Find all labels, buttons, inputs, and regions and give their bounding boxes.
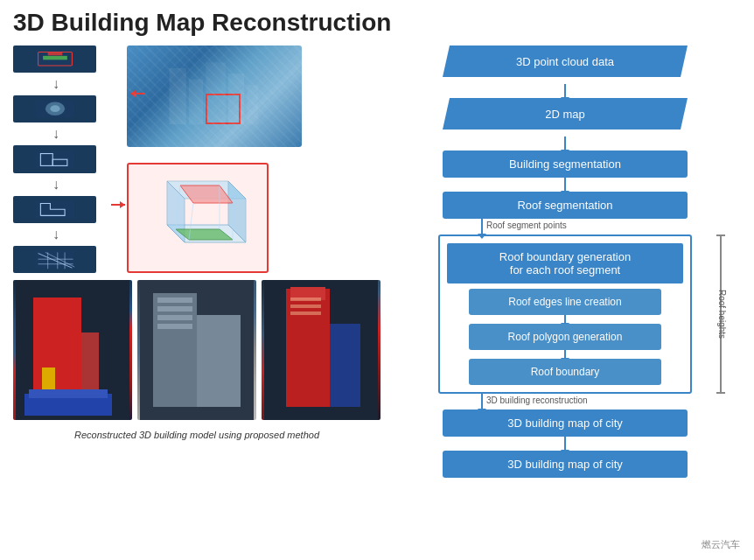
recon-image-3 [262,280,380,420]
arrow-to-roof-seg [564,178,566,192]
svg-rect-39 [33,298,81,402]
arrow-to-2dmap [564,84,566,98]
step1-thumb [13,46,96,73]
recon-image-1 [13,280,132,420]
flowbox-point-cloud: 3D point cloud data [443,46,688,80]
3d-building-box [127,163,269,273]
svg-rect-46 [197,315,241,407]
page: 3D Building Map Reconstruction [0,0,754,560]
flowbox-roof-edges: Roof polygon generation [469,324,661,350]
svg-rect-55 [290,298,321,301]
svg-rect-3 [47,52,62,55]
svg-rect-56 [290,304,321,308]
inner-arrow1 [564,315,566,324]
flowbox-2dmap: 2D map [443,98,688,133]
svg-rect-22 [228,74,244,124]
step4-thumb [13,196,96,223]
flowchart: 3D point cloud data 2D map Building segm… [425,46,705,478]
step3-thumb [13,145,96,172]
page-title: 3D Building Map Reconstruction [13,9,741,37]
flowbox-3d-map: 3D building map of city [443,451,688,478]
svg-rect-20 [189,80,203,125]
arrow2: ↓ [52,126,59,142]
svg-rect-49 [157,315,192,320]
aerial-highlight-box [206,94,241,124]
arrow1: ↓ [52,76,59,92]
roof-boundary-container: Roof boundary generationfor each roof se… [438,234,692,394]
step5-thumb [13,246,96,273]
flowbox-building-seg: Building segmentation [443,150,688,178]
flowbox-roof-polygon: Roof boundary [469,359,661,385]
svg-rect-21 [206,62,226,124]
right-panel: 3D point cloud data 2D map Building segm… [389,46,741,551]
bottom-reconstruction-images [13,280,380,420]
svg-rect-2 [43,56,67,60]
roof-heights-label: Roof heights [716,290,726,339]
svg-rect-47 [157,298,192,303]
arrow4: ↓ [52,227,59,242]
flowbox-3d-recon: 3D building map of city [443,410,688,437]
aerial-and-3d [127,46,302,273]
svg-rect-54 [330,324,360,407]
roof-seg-points-label-area: Roof segment points [438,219,692,234]
inner-arrow2 [564,350,566,359]
arrow3: ↓ [52,177,59,192]
roof-segment-points-label: Roof segment points [486,220,567,234]
svg-marker-37 [120,201,125,208]
svg-text:2D map: 2D map [545,108,585,121]
aerial-photo [127,46,302,147]
svg-rect-43 [29,389,108,398]
roof-boundary-label: 3D building reconstruction [486,396,588,410]
arrow-to-building-seg [564,136,566,150]
caption: Reconstructed 3D building model using pr… [13,430,380,440]
outer-box-wrapper: Roof boundary generationfor each roof se… [438,234,692,394]
svg-rect-50 [157,324,192,329]
roof-boundary-title: Roof boundary generationfor each roof se… [447,243,683,284]
3d-box-area [127,163,269,273]
recon-image-2 [137,280,256,420]
svg-rect-48 [157,306,192,312]
arrow-to-3dmap [564,437,566,451]
svg-rect-57 [290,312,321,315]
top-diagrams: ↓ ↓ [13,46,380,273]
left-panel: ↓ ↓ [13,46,380,551]
svg-text:3D point cloud data: 3D point cloud data [516,55,615,68]
flowbox-boundary-extract: Roof edges line creation [469,289,661,315]
flowbox-roof-seg: Roof segmentation [443,192,688,219]
svg-rect-19 [169,68,185,124]
svg-marker-25 [130,90,136,97]
step-images-column: ↓ ↓ [13,46,118,273]
step2-thumb [13,95,96,122]
roof-boundary-label-area: 3D building reconstruction [438,394,692,410]
svg-rect-23 [247,85,258,124]
content-area: ↓ ↓ [13,46,741,551]
svg-point-6 [50,106,59,113]
watermark: 燃云汽车 [698,536,744,553]
